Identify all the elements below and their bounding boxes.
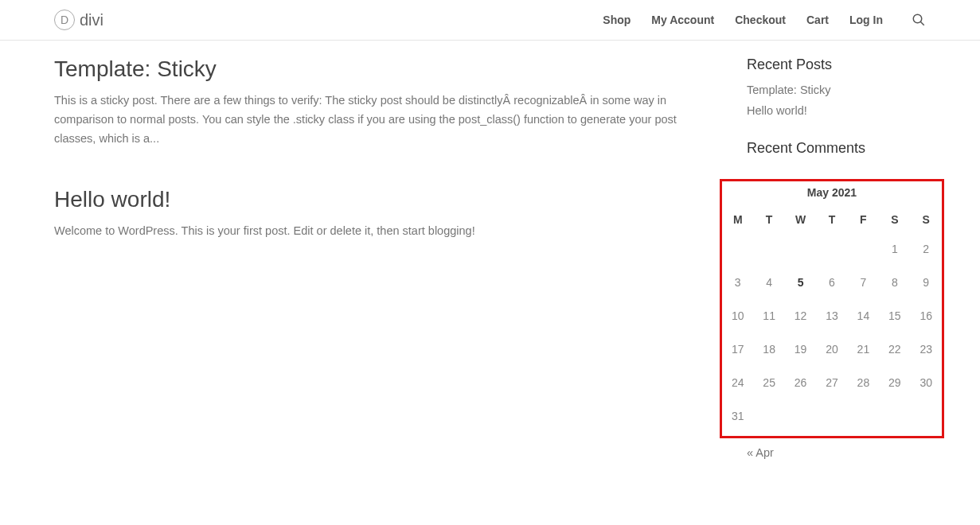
calendar-day-cell[interactable]: 26 <box>785 366 816 399</box>
calendar-prev-link[interactable]: « Apr <box>747 446 774 459</box>
calendar-caption: May 2021 <box>722 186 942 207</box>
day-header: W <box>785 207 816 232</box>
calendar-day-cell <box>816 232 847 266</box>
calendar-day-cell[interactable]: 13 <box>816 299 847 332</box>
calendar-day-cell <box>753 399 784 433</box>
calendar-week-row: 17181920212223 <box>722 332 942 366</box>
nav-log-in[interactable]: Log In <box>849 14 883 26</box>
content-container: Template: Sticky This is a sticky post. … <box>0 41 980 506</box>
calendar-day-cell[interactable]: 18 <box>753 332 784 366</box>
list-item: Hello world! <box>747 103 930 118</box>
calendar-day-cell[interactable]: 7 <box>848 266 879 299</box>
calendar-day-cell[interactable]: 9 <box>911 266 942 299</box>
post: Hello world! Welcome to WordPress. This … <box>54 187 699 241</box>
post: Template: Sticky This is a sticky post. … <box>54 56 699 149</box>
calendar-day-cell[interactable]: 8 <box>879 266 910 299</box>
calendar-day-cell <box>785 399 816 433</box>
widget-calendar: May 2021 M T W T F S S 12345678910111213… <box>747 179 930 460</box>
post-excerpt: Welcome to WordPress. This is your first… <box>54 222 699 241</box>
nav-shop[interactable]: Shop <box>603 14 631 26</box>
calendar-day-cell[interactable]: 11 <box>753 299 784 332</box>
widget-recent-comments: Recent Comments <box>747 140 930 157</box>
calendar-day-cell[interactable]: 4 <box>753 266 784 299</box>
main-content: Template: Sticky This is a sticky post. … <box>54 56 699 482</box>
calendar-week-row: 24252627282930 <box>722 366 942 399</box>
calendar-day-cell <box>848 399 879 433</box>
post-title[interactable]: Hello world! <box>54 187 699 212</box>
nav-my-account[interactable]: My Account <box>651 14 714 26</box>
calendar-week-row: 31 <box>722 399 942 433</box>
widget-title: Recent Posts <box>747 56 930 73</box>
calendar-highlight-box: May 2021 M T W T F S S 12345678910111213… <box>720 179 944 438</box>
post-title[interactable]: Template: Sticky <box>54 56 699 82</box>
day-header: T <box>816 207 847 232</box>
calendar-day-cell[interactable]: 5 <box>785 266 816 299</box>
svg-point-0 <box>913 14 922 23</box>
calendar-day-cell[interactable]: 22 <box>879 332 910 366</box>
calendar-day-cell[interactable]: 25 <box>753 366 784 399</box>
recent-post-link[interactable]: Template: Sticky <box>747 84 831 96</box>
calendar-header-row: M T W T F S S <box>722 207 942 232</box>
calendar-day-cell[interactable]: 10 <box>722 299 753 332</box>
calendar-day-cell[interactable]: 21 <box>848 332 879 366</box>
main-nav: Shop My Account Checkout Cart Log In <box>603 13 926 27</box>
calendar-day-cell[interactable]: 1 <box>879 232 910 266</box>
recent-post-link[interactable]: Hello world! <box>747 104 807 117</box>
post-excerpt: This is a sticky post. There are a few t… <box>54 91 699 149</box>
calendar-day-cell[interactable]: 15 <box>879 299 910 332</box>
day-header: T <box>753 207 784 232</box>
site-logo[interactable]: D divi <box>54 10 103 30</box>
calendar-day-cell <box>753 232 784 266</box>
calendar-day-cell[interactable]: 27 <box>816 366 847 399</box>
calendar-day-cell[interactable]: 30 <box>911 366 942 399</box>
logo-text: divi <box>80 11 103 29</box>
day-header: S <box>911 207 942 232</box>
calendar-day-cell[interactable]: 6 <box>816 266 847 299</box>
calendar-day-cell[interactable]: 3 <box>722 266 753 299</box>
calendar-day-cell[interactable]: 23 <box>911 332 942 366</box>
calendar-day-cell[interactable]: 28 <box>848 366 879 399</box>
calendar-day-cell <box>911 399 942 433</box>
calendar-day-cell <box>879 399 910 433</box>
calendar-table: May 2021 M T W T F S S 12345678910111213… <box>722 186 942 433</box>
list-item: Template: Sticky <box>747 83 930 97</box>
logo-mark-icon: D <box>54 10 75 30</box>
calendar-day-cell[interactable]: 29 <box>879 366 910 399</box>
calendar-week-row: 3456789 <box>722 266 942 299</box>
calendar-day-cell[interactable]: 2 <box>911 232 942 266</box>
calendar-day-cell[interactable]: 16 <box>911 299 942 332</box>
calendar-day-cell[interactable]: 20 <box>816 332 847 366</box>
calendar-day-cell[interactable]: 14 <box>848 299 879 332</box>
day-header: M <box>722 207 753 232</box>
recent-posts-list: Template: Sticky Hello world! <box>747 83 930 118</box>
search-icon[interactable] <box>912 13 926 27</box>
calendar-day-cell <box>722 232 753 266</box>
calendar-day-cell[interactable]: 24 <box>722 366 753 399</box>
calendar-day-cell[interactable]: 31 <box>722 399 753 433</box>
calendar-day-cell[interactable]: 12 <box>785 299 816 332</box>
sidebar: Recent Posts Template: Sticky Hello worl… <box>747 56 930 482</box>
calendar-week-row: 10111213141516 <box>722 299 942 332</box>
day-header: F <box>848 207 879 232</box>
calendar-day-cell <box>848 232 879 266</box>
day-header: S <box>879 207 910 232</box>
site-header: D divi Shop My Account Checkout Cart Log… <box>0 0 980 41</box>
nav-checkout[interactable]: Checkout <box>735 14 786 26</box>
calendar-day-cell <box>785 232 816 266</box>
calendar-day-cell[interactable]: 19 <box>785 332 816 366</box>
svg-line-1 <box>920 21 924 25</box>
widget-title: Recent Comments <box>747 140 930 157</box>
calendar-week-row: 12 <box>722 232 942 266</box>
calendar-day-cell <box>816 399 847 433</box>
widget-recent-posts: Recent Posts Template: Sticky Hello worl… <box>747 56 930 118</box>
nav-cart[interactable]: Cart <box>806 14 829 26</box>
calendar-day-cell[interactable]: 17 <box>722 332 753 366</box>
